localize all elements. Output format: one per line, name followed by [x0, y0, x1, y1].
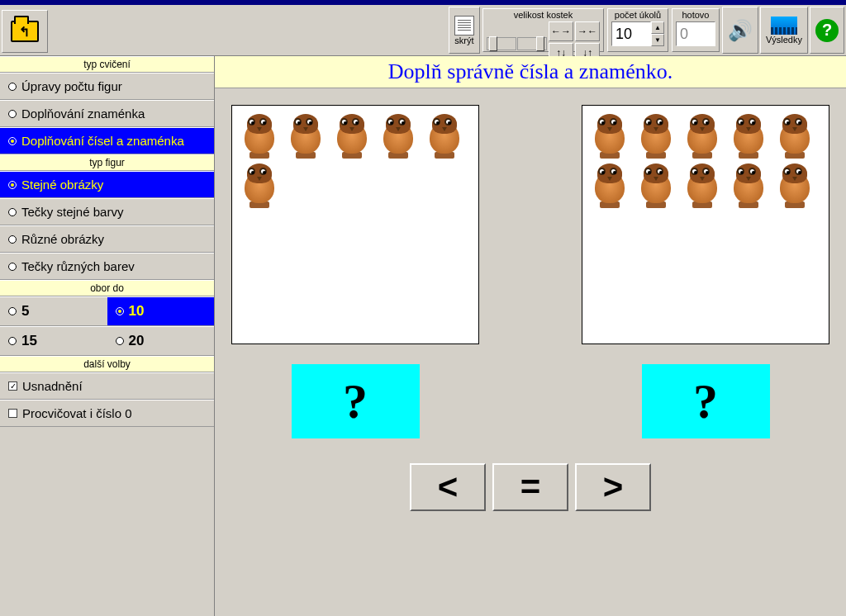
owl-icon	[635, 162, 677, 208]
cube-size-group: velikost kostek ←→ →← ↑↓ ↓↑	[482, 8, 604, 52]
instruction-text: Doplň správně čísla a znaménko.	[215, 56, 846, 88]
sound-button[interactable]: 🔊	[722, 7, 758, 54]
tasks-increase-button[interactable]: ▲	[651, 21, 664, 34]
owl-icon	[239, 162, 280, 208]
question-icon: ?	[815, 19, 839, 42]
owl-icon	[589, 112, 630, 159]
owl-icon	[774, 112, 815, 159]
results-button[interactable]: Výsledky	[760, 7, 808, 54]
owl-icon	[774, 162, 815, 208]
figure-type-option-0[interactable]: Stejné obrázky	[0, 171, 214, 198]
hide-button[interactable]: skrýt	[449, 7, 480, 54]
figure-type-option-2[interactable]: Různé obrázky	[0, 225, 214, 253]
owl-icon	[331, 112, 373, 159]
left-answer-box[interactable]: ?	[292, 364, 420, 438]
exercise-type-header: typ cvičení	[0, 56, 214, 73]
tasks-count-group: počet úkolů ▲ ▼	[607, 8, 668, 52]
chart-icon	[771, 17, 797, 35]
figure-type-option-3[interactable]: Tečky různých barev	[0, 253, 214, 280]
tasks-decrease-button[interactable]: ▼	[651, 34, 664, 46]
range-option-5[interactable]: 5	[0, 296, 107, 326]
speaker-icon: 🔊	[728, 19, 753, 42]
v-size-slider[interactable]	[517, 37, 547, 50]
owl-icon	[424, 112, 465, 159]
folder-up-icon	[11, 21, 39, 42]
tasks-label: počet úkolů	[615, 10, 661, 20]
owl-icon	[682, 112, 723, 159]
owl-icon	[728, 162, 769, 208]
tasks-input[interactable]	[611, 21, 651, 46]
exercise-type-option-0[interactable]: Úpravy počtu figur	[0, 73, 214, 100]
done-display	[676, 21, 715, 46]
done-label: hotovo	[682, 10, 709, 20]
exercise-type-option-2[interactable]: Doplňování čísel a znaménka	[0, 127, 214, 154]
range-option-10[interactable]: 10	[107, 296, 215, 326]
figure-type-option-1[interactable]: Tečky stejné barvy	[0, 198, 214, 225]
owl-icon	[682, 162, 723, 208]
content-area: Doplň správně čísla a znaménko. ? ? < = …	[215, 56, 846, 616]
range-header: obor do	[0, 280, 214, 296]
help-button[interactable]: ?	[810, 7, 844, 54]
owl-icon	[239, 112, 280, 159]
done-count-group: hotovo	[672, 8, 720, 52]
document-lines-icon	[454, 16, 474, 36]
right-answer-box[interactable]: ?	[642, 364, 770, 438]
cube-size-label: velikost kostek	[514, 10, 573, 20]
range-option-20[interactable]: 20	[107, 326, 215, 356]
equals-button[interactable]: =	[492, 463, 568, 511]
right-figure-box	[582, 105, 829, 344]
ease-checkbox-row[interactable]: ✓Usnadnění	[0, 372, 214, 400]
owl-icon	[589, 162, 630, 208]
less-than-button[interactable]: <	[410, 463, 486, 511]
sidebar: typ cvičení Úpravy počtu figur Doplňován…	[0, 56, 215, 616]
h-shrink-button[interactable]: ←→	[549, 21, 573, 41]
h-grow-button[interactable]: →←	[575, 21, 600, 41]
hide-label: skrýt	[454, 36, 473, 45]
figure-type-header: typ figur	[0, 154, 214, 171]
back-button[interactable]	[2, 10, 48, 53]
results-label: Výsledky	[766, 35, 802, 45]
owl-icon	[285, 112, 326, 159]
more-options-header: další volby	[0, 356, 214, 372]
greater-than-button[interactable]: >	[575, 463, 651, 511]
owl-icon	[378, 112, 419, 159]
exercise-type-option-1[interactable]: Doplňování znaménka	[0, 100, 214, 127]
zero-checkbox-row[interactable]: Procvičovat i číslo 0	[0, 400, 214, 427]
owl-icon	[635, 112, 677, 159]
toolbar: skrýt velikost kostek ←→ →← ↑↓ ↓↑ počet …	[0, 5, 846, 56]
left-figure-box	[231, 105, 479, 344]
owl-icon	[728, 112, 769, 159]
h-size-slider[interactable]	[487, 37, 516, 50]
range-option-15[interactable]: 15	[0, 326, 107, 356]
